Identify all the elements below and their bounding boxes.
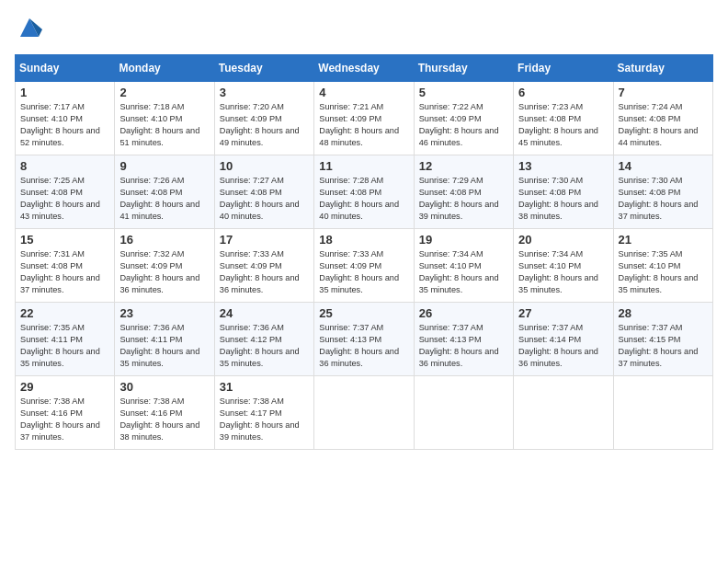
calendar-cell: 28 Sunrise: 7:37 AMSunset: 4:15 PMDaylig… [613,303,712,376]
day-number: 17 [220,233,309,247]
day-number: 26 [419,306,508,320]
day-number: 12 [419,159,508,173]
calendar-cell [414,376,513,450]
day-number: 10 [220,159,309,173]
day-number: 8 [20,159,109,173]
calendar-cell: 19 Sunrise: 7:34 AMSunset: 4:10 PMDaylig… [414,229,513,303]
day-number: 11 [319,159,408,173]
calendar-cell [613,376,712,450]
day-info: Sunrise: 7:38 AMSunset: 4:16 PMDaylight:… [20,396,109,443]
day-info: Sunrise: 7:30 AMSunset: 4:08 PMDaylight:… [619,175,708,223]
calendar-week: 15 Sunrise: 7:31 AMSunset: 4:08 PMDaylig… [16,229,713,303]
day-number: 31 [220,380,309,394]
logo-text [15,15,42,45]
day-number: 24 [220,306,309,320]
calendar-week: 1 Sunrise: 7:17 AMSunset: 4:10 PMDayligh… [16,82,713,155]
calendar-cell: 17 Sunrise: 7:33 AMSunset: 4:09 PMDaylig… [214,229,313,303]
calendar-table: SundayMondayTuesdayWednesdayThursdayFrid… [15,54,713,450]
day-info: Sunrise: 7:37 AMSunset: 4:15 PMDaylight:… [619,322,708,370]
day-number: 6 [518,86,608,99]
calendar-cell: 15 Sunrise: 7:31 AMSunset: 4:08 PMDaylig… [16,229,115,303]
calendar-cell: 2 Sunrise: 7:18 AMSunset: 4:10 PMDayligh… [115,82,214,155]
day-info: Sunrise: 7:37 AMSunset: 4:14 PMDaylight:… [518,322,608,370]
day-number: 28 [619,306,708,320]
day-info: Sunrise: 7:28 AMSunset: 4:08 PMDaylight:… [319,175,408,223]
day-number: 18 [319,233,408,247]
calendar-cell: 22 Sunrise: 7:35 AMSunset: 4:11 PMDaylig… [16,303,115,376]
calendar-cell: 25 Sunrise: 7:37 AMSunset: 4:13 PMDaylig… [314,303,414,376]
calendar-week: 29 Sunrise: 7:38 AMSunset: 4:16 PMDaylig… [16,376,713,450]
day-info: Sunrise: 7:26 AMSunset: 4:08 PMDaylight:… [119,175,209,223]
calendar-cell: 1 Sunrise: 7:17 AMSunset: 4:10 PMDayligh… [16,82,115,155]
day-info: Sunrise: 7:24 AMSunset: 4:08 PMDaylight:… [619,101,708,149]
calendar-cell: 8 Sunrise: 7:25 AMSunset: 4:08 PMDayligh… [16,155,115,229]
logo-icon [17,15,42,40]
calendar-cell: 14 Sunrise: 7:30 AMSunset: 4:08 PMDaylig… [613,155,712,229]
day-number: 14 [619,159,708,173]
day-number: 19 [419,233,508,247]
day-info: Sunrise: 7:20 AMSunset: 4:09 PMDaylight:… [220,101,309,149]
day-number: 27 [518,306,608,320]
calendar-cell: 7 Sunrise: 7:24 AMSunset: 4:08 PMDayligh… [613,82,712,155]
header-day: Tuesday [214,55,313,82]
day-number: 7 [619,86,708,99]
header-day: Thursday [414,55,513,82]
day-info: Sunrise: 7:29 AMSunset: 4:08 PMDaylight:… [419,175,508,223]
day-number: 5 [419,86,508,99]
calendar-cell [314,376,414,450]
day-info: Sunrise: 7:33 AMSunset: 4:09 PMDaylight:… [220,248,309,296]
header [15,15,713,45]
day-info: Sunrise: 7:35 AMSunset: 4:11 PMDaylight:… [20,322,109,370]
calendar-cell: 31 Sunrise: 7:38 AMSunset: 4:17 PMDaylig… [214,376,313,450]
calendar-cell: 10 Sunrise: 7:27 AMSunset: 4:08 PMDaylig… [214,155,313,229]
calendar-cell: 6 Sunrise: 7:23 AMSunset: 4:08 PMDayligh… [514,82,613,155]
day-number: 30 [119,380,209,394]
day-info: Sunrise: 7:30 AMSunset: 4:08 PMDaylight:… [518,175,608,223]
day-number: 1 [20,86,109,99]
calendar-cell: 27 Sunrise: 7:37 AMSunset: 4:14 PMDaylig… [514,303,613,376]
day-number: 29 [20,380,109,394]
calendar-cell: 23 Sunrise: 7:36 AMSunset: 4:11 PMDaylig… [115,303,214,376]
day-number: 9 [119,159,209,173]
header-day: Saturday [613,55,712,82]
header-day: Friday [514,55,613,82]
day-info: Sunrise: 7:36 AMSunset: 4:11 PMDaylight:… [119,322,209,370]
day-info: Sunrise: 7:37 AMSunset: 4:13 PMDaylight:… [419,322,508,370]
day-info: Sunrise: 7:25 AMSunset: 4:08 PMDaylight:… [20,175,109,223]
day-number: 13 [518,159,608,173]
day-info: Sunrise: 7:23 AMSunset: 4:08 PMDaylight:… [518,101,608,149]
day-number: 4 [319,86,408,99]
day-info: Sunrise: 7:18 AMSunset: 4:10 PMDaylight:… [119,101,209,149]
calendar-cell: 26 Sunrise: 7:37 AMSunset: 4:13 PMDaylig… [414,303,513,376]
calendar-cell: 13 Sunrise: 7:30 AMSunset: 4:08 PMDaylig… [514,155,613,229]
calendar-week: 8 Sunrise: 7:25 AMSunset: 4:08 PMDayligh… [16,155,713,229]
header-day: Monday [115,55,214,82]
day-number: 20 [518,233,608,247]
calendar-cell: 18 Sunrise: 7:33 AMSunset: 4:09 PMDaylig… [314,229,414,303]
logo [15,15,42,45]
calendar-cell: 4 Sunrise: 7:21 AMSunset: 4:09 PMDayligh… [314,82,414,155]
day-info: Sunrise: 7:32 AMSunset: 4:09 PMDaylight:… [119,248,209,296]
day-info: Sunrise: 7:27 AMSunset: 4:08 PMDaylight:… [220,175,309,223]
calendar-cell: 3 Sunrise: 7:20 AMSunset: 4:09 PMDayligh… [214,82,313,155]
header-day: Wednesday [314,55,414,82]
day-number: 16 [119,233,209,247]
day-number: 15 [20,233,109,247]
day-info: Sunrise: 7:33 AMSunset: 4:09 PMDaylight:… [319,248,408,296]
day-number: 25 [319,306,408,320]
calendar-cell: 20 Sunrise: 7:34 AMSunset: 4:10 PMDaylig… [514,229,613,303]
day-info: Sunrise: 7:17 AMSunset: 4:10 PMDaylight:… [20,101,109,149]
calendar-cell: 12 Sunrise: 7:29 AMSunset: 4:08 PMDaylig… [414,155,513,229]
calendar-cell: 30 Sunrise: 7:38 AMSunset: 4:16 PMDaylig… [115,376,214,450]
day-info: Sunrise: 7:38 AMSunset: 4:17 PMDaylight:… [220,396,309,443]
calendar-cell: 29 Sunrise: 7:38 AMSunset: 4:16 PMDaylig… [16,376,115,450]
day-info: Sunrise: 7:21 AMSunset: 4:09 PMDaylight:… [319,101,408,149]
day-number: 22 [20,306,109,320]
calendar-cell: 11 Sunrise: 7:28 AMSunset: 4:08 PMDaylig… [314,155,414,229]
calendar-cell: 21 Sunrise: 7:35 AMSunset: 4:10 PMDaylig… [613,229,712,303]
calendar-cell: 5 Sunrise: 7:22 AMSunset: 4:09 PMDayligh… [414,82,513,155]
day-number: 23 [119,306,209,320]
day-number: 2 [119,86,209,99]
day-info: Sunrise: 7:36 AMSunset: 4:12 PMDaylight:… [220,322,309,370]
calendar-cell: 16 Sunrise: 7:32 AMSunset: 4:09 PMDaylig… [115,229,214,303]
